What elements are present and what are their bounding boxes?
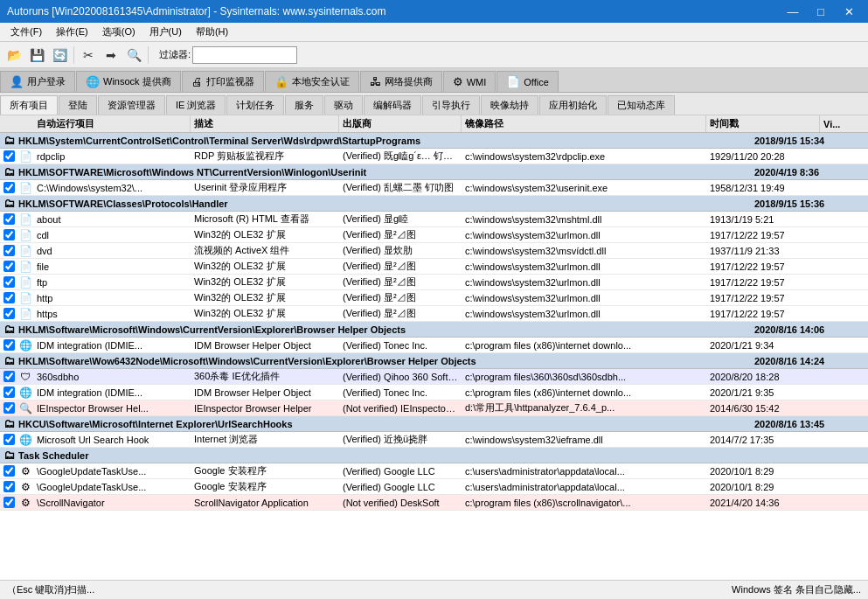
cell-path: c:\windows\system32\urlmon.dll (462, 293, 706, 303)
tab2-4[interactable]: 计划任务 (226, 95, 284, 115)
tab2-3[interactable]: IE 浏览器 (166, 95, 226, 115)
table-row[interactable]: 📄 about Microsoft (R) HTML 查看器 (Verified… (0, 212, 868, 227)
delete-button[interactable]: ✂ (78, 45, 99, 66)
menu-item-帮助(H)[interactable]: 帮助(H) (189, 24, 235, 40)
tab-label: 打印监视器 (206, 75, 254, 88)
table-row[interactable]: 🛡 360sdbho 360杀毒 IE优化插件 (Verified) Qihoo… (0, 369, 868, 385)
row-checkbox[interactable] (0, 387, 17, 398)
cell-time: 1917/12/22 19:57 (706, 277, 820, 288)
tab1-6[interactable]: 📄Office (496, 71, 559, 92)
col-header-path[interactable]: 镜像路径 (462, 115, 706, 132)
row-checkbox[interactable] (0, 339, 17, 351)
row-checkbox[interactable] (0, 229, 17, 240)
cell-name: \ScrollNavigator (33, 498, 191, 508)
tab2-7[interactable]: 编解码器 (364, 95, 421, 115)
menu-item-文件(F)[interactable]: 文件(F) (3, 24, 49, 40)
tab2-9[interactable]: 映像劫持 (481, 95, 538, 115)
table-row[interactable]: 🌐 IDM integration (IDMIE... IDM Browser … (0, 385, 868, 400)
cell-path: c:\windows\system32\mshtml.dll (462, 214, 706, 225)
open-button[interactable]: 📂 (3, 45, 24, 66)
table-row[interactable]: 📄 C:\Windows\system32\... Userinit 登录应用程… (0, 180, 868, 196)
table-row[interactable]: 🌐 IDM integration (IDMIE... IDM Browser … (0, 338, 868, 353)
cell-pub: (Verified) 显²⊿图 (339, 228, 462, 241)
cell-desc: Google 安装程序 (191, 464, 339, 477)
refresh-button[interactable]: 🔄 (49, 45, 70, 66)
cell-path: d:\常用工具\httpanalyzer_7.6.4_p... (462, 401, 706, 414)
menu-item-用户(U)[interactable]: 用户(U) (142, 24, 189, 40)
cell-time: 1917/12/22 19:57 (706, 309, 820, 319)
row-icon: 🌐 (17, 434, 33, 446)
cell-time: 2020/1/21 9:34 (706, 340, 820, 351)
table-row[interactable]: 📄 http Win32的 OLE32 扩展 (Verified) 显²⊿图 c… (0, 290, 868, 306)
tab2-8[interactable]: 引导执行 (422, 95, 480, 115)
row-icon: ⚙ (17, 481, 33, 493)
table-row[interactable]: 📄 https Win32的 OLE32 扩展 (Verified) 显²⊿图 … (0, 306, 868, 322)
tab1-2[interactable]: 🖨打印监视器 (182, 71, 264, 92)
row-checkbox[interactable] (0, 481, 17, 492)
tab2-0[interactable]: 所有项目 (0, 95, 58, 115)
tab1-1[interactable]: 🌐Winsock 提供商 (76, 71, 181, 92)
table-row[interactable]: 📄 file Win32的 OLE32 扩展 (Verified) 显²⊿图 c… (0, 259, 868, 275)
row-checkbox[interactable] (0, 371, 17, 382)
jump-button[interactable]: ➡ (101, 45, 122, 66)
table-row[interactable]: 🌐 Microsoft Url Search Hook Internet 浏览器… (0, 432, 868, 448)
row-checkbox[interactable] (0, 308, 17, 319)
table-row[interactable]: 📄 ftp Win32的 OLE32 扩展 (Verified) 显²⊿图 c:… (0, 275, 868, 290)
row-checkbox[interactable] (0, 261, 17, 272)
row-checkbox[interactable] (0, 465, 17, 477)
cell-pub: (Verified) 既g瞌g´ε… 钌叻图 (339, 150, 462, 163)
tab1-5[interactable]: ⚙WMI (443, 71, 496, 92)
row-icon: 📄 (17, 261, 33, 273)
tab1-0[interactable]: 👤用户登录 (0, 71, 75, 92)
tab2-1[interactable]: 登陆 (59, 95, 97, 115)
tab-icon: 👤 (10, 75, 24, 88)
table-row[interactable]: 📄 cdl Win32的 OLE32 扩展 (Verified) 显²⊿图 c:… (0, 227, 868, 243)
tab1-4[interactable]: 🖧网络提供商 (360, 71, 442, 92)
save-button[interactable]: 💾 (26, 45, 47, 66)
row-checkbox[interactable] (0, 402, 17, 414)
cell-desc: Win32的 OLE32 扩展 (191, 307, 339, 320)
tab2-11[interactable]: 已知动态库 (608, 95, 675, 115)
col-header-name[interactable]: 自动运行项目 (33, 115, 191, 132)
tab2-6[interactable]: 驱动 (324, 95, 363, 115)
row-checkbox[interactable] (0, 497, 17, 508)
group-icon: 🗂 (3, 417, 15, 430)
row-checkbox[interactable] (0, 245, 17, 256)
cell-name: about (33, 214, 191, 225)
maximize-button[interactable]: □ (809, 3, 833, 20)
col-header-pub[interactable]: 出版商 (339, 115, 462, 132)
filter-input[interactable] (192, 46, 297, 64)
tab1-3[interactable]: 🔒本地安全认证 (265, 71, 359, 92)
col-header-desc[interactable]: 描述 (191, 115, 339, 132)
minimize-button[interactable]: — (781, 3, 805, 20)
row-checkbox[interactable] (0, 434, 17, 445)
row-checkbox[interactable] (0, 292, 17, 303)
table-row[interactable]: ⚙ \ScrollNavigator ScrollNavigator Appli… (0, 495, 868, 511)
tab2-10[interactable]: 应用初始化 (539, 95, 607, 115)
col-header-ver[interactable]: Vi... (820, 115, 868, 132)
toolbar-sep1 (73, 46, 74, 64)
row-checkbox[interactable] (0, 276, 17, 288)
close-button[interactable]: ✕ (837, 3, 861, 20)
tab-icon: 🌐 (86, 75, 100, 88)
row-checkbox[interactable] (0, 213, 17, 225)
tab-label: 本地安全认证 (292, 75, 350, 88)
menu-item-选项(O)[interactable]: 选项(O) (95, 24, 142, 40)
col-header-time[interactable]: 时间戳 (706, 115, 820, 132)
table-row[interactable]: 📄 rdpclip RDP 剪贴板监视程序 (Verified) 既g瞌g´ε…… (0, 149, 868, 164)
table-row[interactable]: ⚙ \GoogleUpdateTaskUse... Google 安装程序 (V… (0, 479, 868, 495)
search-button[interactable]: 🔍 (123, 45, 144, 66)
status-right: Windows 签名 条目自己隐藏... (732, 583, 861, 596)
row-icon: 📄 (17, 213, 33, 226)
table-row[interactable]: 🔍 IEInspector Browser Hel... IEInspector… (0, 400, 868, 416)
row-checkbox[interactable] (0, 182, 17, 193)
group-row: 🗂HKLM\SOFTWARE\Microsoft\Windows NT\Curr… (0, 164, 868, 180)
cell-path: c:\windows\system32\urlmon.dll (462, 230, 706, 240)
row-checkbox[interactable] (0, 150, 17, 162)
tab2-2[interactable]: 资源管理器 (98, 95, 165, 115)
main-content[interactable]: 🗂HKLM\System\CurrentControlSet\Control\T… (0, 133, 868, 580)
tab2-5[interactable]: 服务 (285, 95, 323, 115)
table-row[interactable]: ⚙ \GoogleUpdateTaskUse... Google 安装程序 (V… (0, 463, 868, 479)
menu-item-操作(E)[interactable]: 操作(E) (49, 24, 95, 40)
table-row[interactable]: 📄 dvd 流视频的 ActiveX 组件 (Verified) 显炊肋 c:\… (0, 243, 868, 259)
